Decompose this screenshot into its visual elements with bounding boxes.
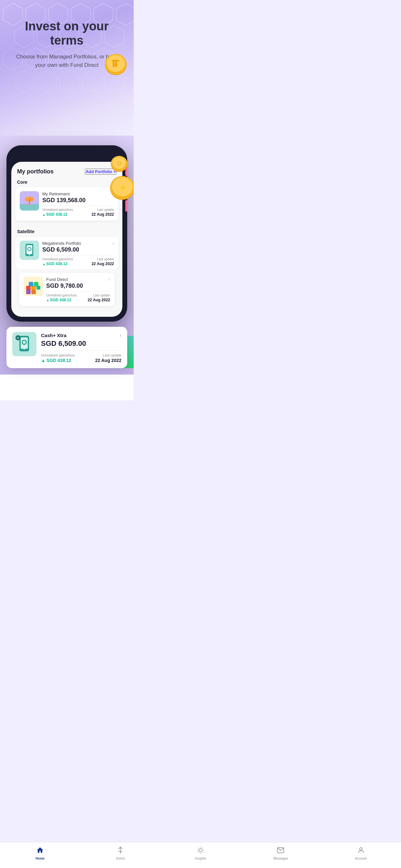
retirement-update-value: 22 Aug 2022 <box>91 212 114 217</box>
phone-screen: My portfolios Add Portfolio + Core <box>11 162 122 317</box>
coin-decoration-mid: ⬡ <box>110 155 129 175</box>
retirement-name: My Retirement <box>42 191 70 196</box>
megatrends-name: Megatrends Portfolio <box>42 241 81 246</box>
svg-rect-40 <box>20 204 39 211</box>
cashplus-amount: SGD 6,509.00 <box>41 339 121 348</box>
megatrends-gains-row: Unrealised gains/loss ▲ SGD 438.12 Last … <box>42 257 114 266</box>
retirement-gains-group: Unrealised gains/loss ▲ SGD 438.12 <box>42 208 73 217</box>
portfolio-screen-title: My portfolios <box>17 168 54 175</box>
megatrends-divider <box>42 255 114 255</box>
cashplus-name: Cash+ Xtra <box>41 333 66 338</box>
retirement-gains-row: Unrealised gains/loss ▲ SGD 438.12 Last … <box>42 208 114 217</box>
coin-decoration-top: ⬡ <box>104 53 128 78</box>
retirement-gains-label: Unrealised gains/loss <box>42 208 73 212</box>
portfolio-header: My portfolios Add Portfolio + <box>11 162 122 178</box>
fund-direct-chevron-icon: › <box>109 277 110 282</box>
fund-direct-card[interactable]: Fund Direct › SGD 9,780.00 Unrealised ga… <box>19 273 115 306</box>
svg-rect-56 <box>26 290 31 294</box>
page-container: ⬡ Invest on your terms Choose from Manag… <box>0 0 134 400</box>
cashplus-gains-group: Unrealised gains/loss ▲ SGD 438.12 <box>41 353 75 363</box>
svg-rect-57 <box>31 290 36 294</box>
megatrends-portfolio-info: Megatrends Portfolio › SGD 6,509.00 Unre… <box>42 241 114 266</box>
fund-direct-gains-group: Unrealised gains/loss ▲ SGD 438.12 <box>46 293 77 302</box>
core-section-label: Core <box>11 178 122 187</box>
svg-text:⬡: ⬡ <box>117 161 121 166</box>
fund-direct-info: Fund Direct › SGD 9,780.00 Unrealised ga… <box>46 277 110 302</box>
fund-direct-section: Fund Direct › SGD 9,780.00 Unrealised ga… <box>11 269 122 306</box>
retirement-divider <box>42 206 114 206</box>
svg-point-62 <box>24 348 25 350</box>
fund-direct-gains-value: ▲ SGD 438.12 <box>46 298 77 302</box>
cashplus-update-group: Last update 22 Aug 2022 <box>95 353 121 363</box>
phone-frame: My portfolios Add Portfolio + Core <box>6 145 127 321</box>
megatrends-chevron-icon: › <box>112 241 114 246</box>
megatrends-name-row: Megatrends Portfolio › <box>42 241 114 246</box>
svg-rect-58 <box>36 286 40 290</box>
cashplus-card-info: Cash+ Xtra › SGD 6,509.00 Unrealised gai… <box>41 332 121 363</box>
megatrends-gains-group: Unrealised gains/loss ▲ SGD 438.12 <box>42 257 73 266</box>
svg-rect-27 <box>112 60 120 62</box>
fund-direct-name: Fund Direct <box>46 277 68 282</box>
fund-direct-name-row: Fund Direct › <box>46 277 110 282</box>
svg-rect-52 <box>26 286 31 290</box>
fund-direct-divider <box>46 291 110 291</box>
cashplus-up-arrow-icon: ▲ <box>41 358 45 363</box>
fund-direct-amount: SGD 9,780.00 <box>46 283 110 289</box>
megatrends-update-value: 22 Aug 2022 <box>91 261 114 266</box>
svg-rect-54 <box>29 282 33 286</box>
retirement-update-group: Last update 22 Aug 2022 <box>91 208 114 217</box>
fund-direct-image <box>24 277 43 296</box>
hero-section: ⬡ Invest on your terms Choose from Manag… <box>0 0 134 135</box>
megatrends-update-group: Last update 22 Aug 2022 <box>91 257 114 266</box>
cashplus-divider <box>41 350 121 351</box>
cashplus-name-row: Cash+ Xtra › <box>41 332 121 339</box>
retirement-amount: SGD 139,568.00 <box>42 197 114 204</box>
fund-direct-gains-label: Unrealised gains/loss <box>46 293 77 297</box>
svg-point-44 <box>30 203 32 205</box>
svg-text:⚡: ⚡ <box>118 183 127 192</box>
svg-marker-17 <box>37 70 57 92</box>
satellite-section-label: Satellite <box>11 228 122 237</box>
cashplus-gains-row: Unrealised gains/loss ▲ SGD 438.12 Last … <box>41 353 121 363</box>
megatrends-update-label: Last update <box>91 257 114 261</box>
svg-marker-18 <box>60 70 79 92</box>
retirement-card-image <box>20 191 39 211</box>
retirement-portfolio-info: My Retirement › SGD 139,568.00 Unrealise… <box>42 191 114 217</box>
coin-decoration-large: ⚡ <box>108 175 134 204</box>
svg-text:⟳: ⟳ <box>17 337 19 340</box>
cashplus-gains-label: Unrealised gains/loss <box>41 353 75 357</box>
megatrends-portfolio-card[interactable]: Megatrends Portfolio › SGD 6,509.00 Unre… <box>15 237 119 269</box>
floating-cashplus-card[interactable]: ⟳ Cash+ Xtra › SGD 6,509.00 Unrealised g… <box>6 327 127 368</box>
cashplus-gains-value: ▲ SGD 438.12 <box>41 358 75 363</box>
fund-direct-gains-row: Unrealised gains/loss ▲ SGD 438.12 Last … <box>46 293 110 302</box>
svg-point-50 <box>28 248 31 250</box>
megatrends-gains-value: ▲ SGD 438.12 <box>42 261 73 266</box>
satellite-section: Satellite <box>11 224 122 269</box>
fund-direct-update-group: Last update 22 Aug 2022 <box>88 293 110 302</box>
svg-point-43 <box>27 203 28 205</box>
megatrends-card-image <box>20 241 39 260</box>
svg-text:⬡: ⬡ <box>114 62 118 67</box>
retirement-portfolio-card[interactable]: My Retirement › SGD 139,568.00 Unrealise… <box>15 187 119 221</box>
svg-marker-16 <box>14 70 34 92</box>
phone-mockup-section: ⬡ ⚡ My portfolios <box>0 135 134 375</box>
svg-rect-53 <box>31 286 36 290</box>
svg-marker-19 <box>82 70 102 92</box>
cashplus-update-value: 22 Aug 2022 <box>95 358 121 363</box>
svg-point-48 <box>29 254 30 255</box>
megatrends-gains-label: Unrealised gains/loss <box>42 257 73 261</box>
cashplus-update-label: Last update <box>95 353 121 357</box>
retirement-name-row: My Retirement › <box>42 191 114 196</box>
cashplus-chevron-icon: › <box>120 332 121 339</box>
fund-direct-update-label: Last update <box>88 293 110 297</box>
megatrends-amount: SGD 6,509.00 <box>42 246 114 253</box>
cashplus-card-image: ⟳ <box>12 332 36 356</box>
hero-title: Invest on your terms <box>10 20 124 48</box>
phone-notch <box>48 150 86 159</box>
svg-point-64 <box>23 341 26 344</box>
svg-rect-55 <box>34 282 38 286</box>
fund-direct-update-value: 22 Aug 2022 <box>88 298 110 302</box>
retirement-update-label: Last update <box>91 208 114 212</box>
retirement-gains-value: ▲ SGD 438.12 <box>42 212 73 217</box>
